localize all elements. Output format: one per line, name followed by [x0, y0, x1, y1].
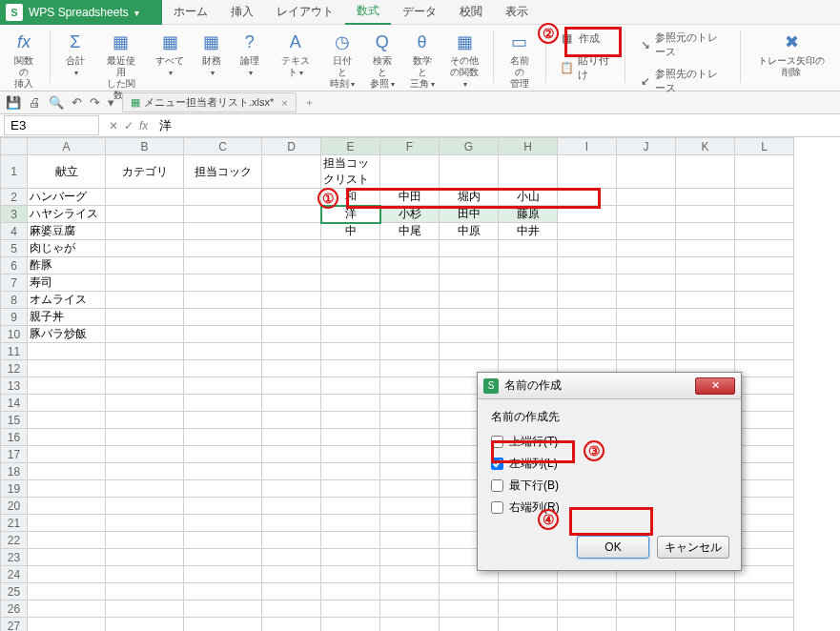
- row-header-13[interactable]: 13: [1, 377, 28, 395]
- cell-L26[interactable]: [735, 600, 794, 618]
- cell-I1[interactable]: [558, 155, 617, 189]
- cell-K3[interactable]: [676, 206, 735, 223]
- cell-E1[interactable]: 担当コックリスト: [321, 155, 380, 189]
- row-header-16[interactable]: 16: [1, 429, 28, 446]
- cell-A13[interactable]: [28, 377, 106, 395]
- menu-formula[interactable]: 数式: [345, 0, 391, 25]
- row-header-1[interactable]: 1: [1, 155, 28, 189]
- cell-F16[interactable]: [380, 429, 440, 446]
- cell-A19[interactable]: [28, 480, 106, 498]
- cell-D8[interactable]: [262, 292, 321, 309]
- more-icon[interactable]: ▾: [108, 95, 114, 110]
- cell-E19[interactable]: [321, 480, 380, 498]
- cell-D5[interactable]: [262, 240, 321, 257]
- dialog-option-0[interactable]: 上端行(T): [491, 431, 727, 453]
- cell-A16[interactable]: [28, 429, 106, 446]
- cell-D25[interactable]: [262, 583, 321, 600]
- cell-F19[interactable]: [380, 480, 440, 498]
- cell-A11[interactable]: [28, 343, 106, 360]
- cell-L15[interactable]: [735, 412, 794, 429]
- app-dropdown-icon[interactable]: ▾: [134, 8, 139, 18]
- cell-C1[interactable]: 担当コック: [184, 155, 262, 189]
- cell-L18[interactable]: [735, 463, 794, 480]
- cell-F14[interactable]: [380, 395, 440, 412]
- cell-D19[interactable]: [262, 480, 321, 498]
- ribbon-group-7[interactable]: ◷日付と時刻▾: [326, 29, 359, 92]
- cell-J9[interactable]: [617, 309, 676, 326]
- cell-D24[interactable]: [262, 566, 321, 583]
- cell-I27[interactable]: [558, 618, 617, 632]
- cell-B10[interactable]: [106, 326, 184, 343]
- cell-G27[interactable]: [440, 618, 499, 632]
- col-header-E[interactable]: E: [321, 138, 380, 155]
- add-tab-icon[interactable]: ＋: [304, 95, 315, 110]
- cell-C11[interactable]: [184, 343, 262, 360]
- cell-J26[interactable]: [617, 600, 676, 618]
- cell-I5[interactable]: [558, 240, 617, 257]
- cell-D22[interactable]: [262, 532, 321, 549]
- col-header-D[interactable]: D: [262, 138, 321, 155]
- cell-G25[interactable]: [440, 583, 499, 600]
- cell-L10[interactable]: [735, 326, 794, 343]
- cell-F10[interactable]: [380, 326, 440, 343]
- cell-A14[interactable]: [28, 395, 106, 412]
- cell-D3[interactable]: [262, 206, 321, 223]
- cell-F22[interactable]: [380, 532, 440, 549]
- col-header-L[interactable]: L: [735, 138, 794, 155]
- cell-G10[interactable]: [440, 326, 499, 343]
- cell-C13[interactable]: [184, 377, 262, 395]
- cell-L21[interactable]: [735, 515, 794, 532]
- cell-A22[interactable]: [28, 532, 106, 549]
- cell-K5[interactable]: [676, 240, 735, 257]
- cell-H7[interactable]: [499, 275, 558, 292]
- cell-C19[interactable]: [184, 480, 262, 498]
- cell-B4[interactable]: [106, 223, 184, 240]
- cell-F17[interactable]: [380, 446, 440, 463]
- cell-D13[interactable]: [262, 377, 321, 395]
- cell-F7[interactable]: [380, 275, 440, 292]
- ribbon-group-4[interactable]: ▦財務▾: [196, 29, 227, 80]
- cell-A21[interactable]: [28, 515, 106, 532]
- cell-B11[interactable]: [106, 343, 184, 360]
- cell-C23[interactable]: [184, 549, 262, 566]
- cell-F23[interactable]: [380, 549, 440, 566]
- cell-A2[interactable]: ハンバーグ: [28, 189, 106, 206]
- col-header-K[interactable]: K: [676, 138, 735, 155]
- row-header-24[interactable]: 24: [1, 566, 28, 583]
- cell-E18[interactable]: [321, 463, 380, 480]
- cell-I4[interactable]: [558, 223, 617, 240]
- row-header-27[interactable]: 27: [1, 618, 28, 632]
- cell-I9[interactable]: [558, 309, 617, 326]
- cell-B27[interactable]: [106, 618, 184, 632]
- cell-F8[interactable]: [380, 292, 440, 309]
- cell-H4[interactable]: 中井: [499, 223, 558, 240]
- col-header-J[interactable]: J: [617, 138, 676, 155]
- cell-E13[interactable]: [321, 377, 380, 395]
- dialog-titlebar[interactable]: S 名前の作成 ✕: [478, 373, 741, 399]
- cell-B21[interactable]: [106, 515, 184, 532]
- cell-E27[interactable]: [321, 618, 380, 632]
- cell-D4[interactable]: [262, 223, 321, 240]
- cell-L1[interactable]: [735, 155, 794, 189]
- cell-D18[interactable]: [262, 463, 321, 480]
- cell-E26[interactable]: [321, 600, 380, 618]
- ribbon-group-5[interactable]: ?論理▾: [235, 29, 265, 80]
- cell-L11[interactable]: [735, 343, 794, 360]
- row-header-7[interactable]: 7: [1, 275, 28, 292]
- cell-D9[interactable]: [262, 309, 321, 326]
- row-header-15[interactable]: 15: [1, 412, 28, 429]
- row-header-22[interactable]: 22: [1, 532, 28, 549]
- cell-I11[interactable]: [558, 343, 617, 360]
- cell-A20[interactable]: [28, 498, 106, 515]
- cell-B5[interactable]: [106, 240, 184, 257]
- cell-B19[interactable]: [106, 480, 184, 498]
- cell-E8[interactable]: [321, 292, 380, 309]
- cell-D2[interactable]: [262, 189, 321, 206]
- cell-F5[interactable]: [380, 240, 440, 257]
- cell-I6[interactable]: [558, 257, 617, 275]
- cell-J11[interactable]: [617, 343, 676, 360]
- cell-A7[interactable]: 寿司: [28, 275, 106, 292]
- cell-J5[interactable]: [617, 240, 676, 257]
- cell-E15[interactable]: [321, 412, 380, 429]
- cell-A25[interactable]: [28, 583, 106, 600]
